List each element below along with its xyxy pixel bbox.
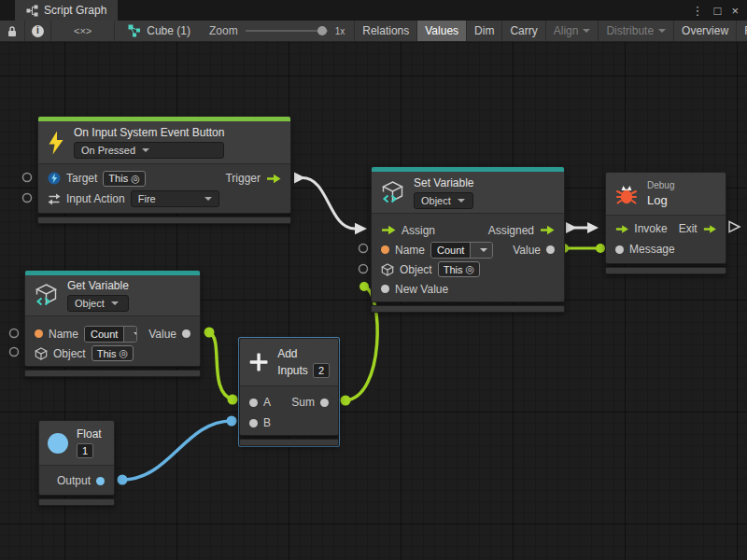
- control-port-arrow-icon[interactable]: [615, 224, 628, 234]
- close-icon[interactable]: ×: [731, 5, 739, 17]
- variable-kind-dropdown[interactable]: Object: [414, 192, 473, 209]
- a-label: A: [263, 396, 271, 409]
- target-icon: ◎: [465, 264, 474, 274]
- menu-icon[interactable]: ⋮: [692, 5, 704, 17]
- sum-port-dot[interactable]: [320, 399, 329, 407]
- relations-label: Relations: [362, 24, 409, 37]
- value-label: Value: [148, 328, 176, 341]
- event-mode-dropdown[interactable]: On Pressed: [74, 142, 224, 159]
- lock-button[interactable]: [0, 21, 25, 41]
- object-value: This: [444, 264, 463, 275]
- variable-name-dropdown[interactable]: Count: [430, 242, 493, 259]
- variable-kind-value: Object: [421, 195, 451, 206]
- window-tab-bar: Script Graph ⋮ □ ×: [0, 0, 747, 21]
- plus-icon: [248, 350, 269, 374]
- values-button[interactable]: Values: [417, 21, 467, 41]
- output-port-dot[interactable]: [96, 477, 105, 485]
- chevron-down-icon: [458, 199, 465, 203]
- tab-title: Script Graph: [44, 4, 106, 17]
- exit-label: Exit: [679, 222, 698, 235]
- string-port-dot[interactable]: [35, 329, 43, 338]
- target-port-row: Target This ◎ Trigger: [38, 168, 290, 189]
- inputs-count-field[interactable]: 2: [313, 363, 330, 378]
- a-port-dot[interactable]: [249, 399, 258, 407]
- distribute-dropdown[interactable]: Distribute: [599, 21, 674, 41]
- node-on-input-system-event[interactable]: On Input System Event Button On Pressed …: [37, 116, 291, 224]
- control-port-arrow-icon[interactable]: [703, 224, 716, 234]
- output-label: Output: [57, 474, 91, 487]
- assign-port-row: Assign Assigned: [372, 220, 564, 240]
- tab-script-graph[interactable]: Script Graph: [15, 0, 118, 21]
- variable-name-value: Count: [85, 327, 123, 342]
- info-button[interactable]: i: [25, 21, 51, 41]
- name-label: Name: [395, 244, 425, 257]
- overview-button[interactable]: Overview: [674, 21, 737, 41]
- node-debug-log[interactable]: Debug Log Invoke Exit Message: [605, 172, 726, 274]
- variable-kind-value: Object: [75, 298, 105, 309]
- trigger-label: Trigger: [225, 172, 261, 185]
- distribute-label: Distribute: [606, 24, 654, 37]
- input-system-icon: [48, 172, 61, 185]
- object-picker[interactable]: This ◎: [438, 261, 480, 277]
- align-dropdown[interactable]: Align: [546, 21, 599, 41]
- node-footer: [239, 439, 339, 446]
- chevron-down-icon: [123, 327, 137, 342]
- node-category: Debug: [647, 180, 674, 190]
- code-preview-button[interactable]: <×>: [51, 21, 115, 41]
- value-label: Value: [513, 244, 541, 257]
- string-port-dot[interactable]: [381, 245, 389, 254]
- assigned-label: Assigned: [488, 224, 534, 237]
- zoom-slider-handle[interactable]: [317, 26, 327, 35]
- chevron-down-icon: [470, 243, 492, 258]
- b-port-dot[interactable]: [249, 419, 258, 427]
- graph-owner-breadcrumb[interactable]: Cube (1): [115, 21, 200, 41]
- dim-label: Dim: [474, 24, 494, 37]
- cube-icon: [35, 347, 48, 360]
- new-value-port-dot[interactable]: [381, 285, 389, 293]
- message-port-row: Message: [606, 239, 726, 259]
- target-object-picker[interactable]: This ◎: [103, 171, 145, 187]
- node-add[interactable]: Add Inputs 2 A Sum B: [239, 338, 339, 446]
- value-port-dot[interactable]: [182, 329, 190, 338]
- carry-button[interactable]: Carry: [502, 21, 545, 41]
- float-value-field[interactable]: 1: [77, 443, 93, 458]
- inputs-label: Inputs: [277, 364, 308, 377]
- name-port-row: Name Count Value: [25, 324, 200, 343]
- object-picker[interactable]: This ◎: [92, 345, 134, 361]
- cube-icon: [381, 263, 394, 276]
- control-port-arrow-icon[interactable]: [540, 225, 555, 235]
- variable-name-value: Count: [431, 243, 470, 258]
- value-port-dot[interactable]: [546, 245, 555, 254]
- chevron-down-icon: [142, 148, 149, 152]
- zoom-slider[interactable]: [246, 30, 328, 32]
- lightning-icon: [47, 131, 65, 155]
- align-label: Align: [554, 24, 579, 37]
- node-footer: [37, 217, 291, 224]
- maximize-icon[interactable]: □: [714, 5, 722, 17]
- control-port-arrow-icon[interactable]: [266, 174, 281, 184]
- input-action-dropdown[interactable]: Fire: [131, 190, 219, 207]
- target-label: Target: [66, 172, 97, 185]
- graph-toolbar: i <×> Cube (1) Zoom 1x Relations Values …: [0, 21, 747, 42]
- variable-cube-icon: [34, 283, 59, 308]
- graph-owner-label: Cube (1): [147, 24, 190, 37]
- node-float-literal[interactable]: Float 1 Output: [38, 420, 115, 506]
- relations-button[interactable]: Relations: [355, 21, 417, 41]
- carry-label: Carry: [510, 24, 537, 37]
- full-screen-button[interactable]: Full Screen: [737, 21, 747, 41]
- message-port-dot[interactable]: [615, 245, 624, 254]
- node-set-variable[interactable]: Set Variable Object Assign Assigned: [371, 166, 565, 313]
- lock-icon: [7, 25, 18, 37]
- a-port-row: A Sum: [240, 392, 338, 413]
- target-icon: ◎: [131, 174, 140, 184]
- object-value: This: [97, 348, 117, 359]
- event-mode-value: On Pressed: [81, 145, 135, 156]
- node-get-variable[interactable]: Get Variable Object Name Count Value: [24, 270, 201, 377]
- dim-button[interactable]: Dim: [467, 21, 502, 41]
- sum-label: Sum: [291, 396, 315, 409]
- new-value-port-row: New Value: [372, 279, 564, 299]
- control-port-arrow-icon[interactable]: [381, 225, 396, 235]
- variable-name-dropdown[interactable]: Count: [84, 326, 137, 343]
- input-action-value: Fire: [138, 193, 156, 204]
- variable-kind-dropdown[interactable]: Object: [67, 295, 129, 312]
